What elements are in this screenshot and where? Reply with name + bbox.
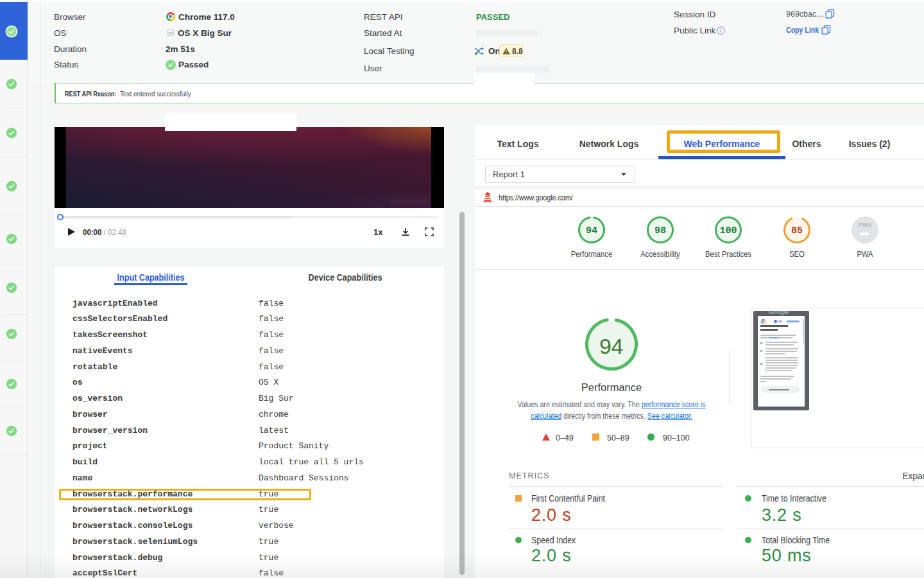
svg-text:100: 100: [719, 225, 737, 236]
svg-text:PWA: PWA: [859, 222, 872, 228]
svg-text:94: 94: [586, 225, 597, 236]
svg-text:85: 85: [791, 225, 803, 236]
svg-text:98: 98: [654, 225, 666, 236]
